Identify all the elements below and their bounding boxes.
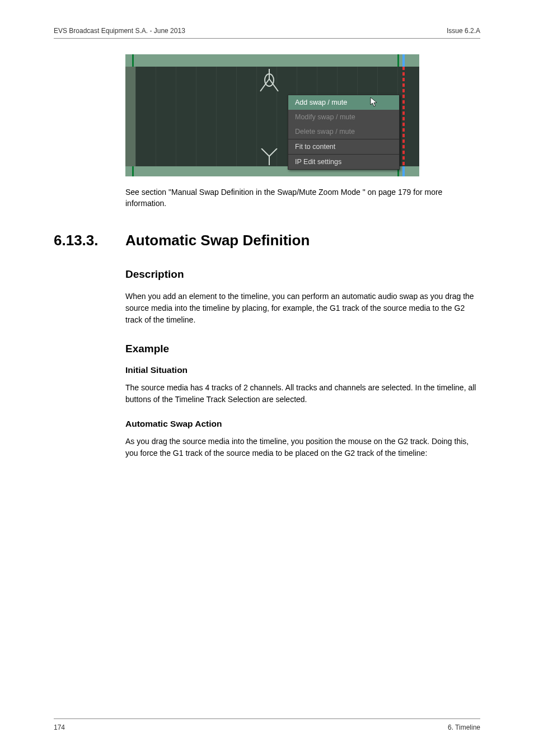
timeline-top-bar: [125, 54, 419, 67]
section-heading-row: 6.13.3. Automatic Swap Definition: [54, 232, 480, 249]
cursor-icon: [370, 97, 379, 107]
menu-item-label: Fit to content: [295, 143, 335, 151]
menu-item-modify-swap-mute: Modify swap / mute: [288, 110, 399, 124]
footer-rule: [54, 718, 480, 719]
header-rule: [54, 38, 480, 39]
menu-item-delete-swap-mute: Delete swap / mute: [288, 124, 399, 139]
context-menu: Add swap / mute Modify swap / mute Delet…: [288, 95, 400, 170]
menu-item-label: IP Edit settings: [295, 158, 341, 166]
marker-blue: [402, 166, 405, 176]
content-block: Add swap / mute Modify swap / mute Delet…: [125, 54, 480, 209]
marker-green: [132, 166, 134, 176]
menu-item-label: Modify swap / mute: [295, 113, 355, 121]
waveform-top-icon: [252, 69, 286, 94]
marker-red-stripe: [402, 67, 405, 166]
section-body: Description When you add an element to t…: [125, 268, 480, 459]
marker-blue: [402, 54, 405, 67]
menu-item-ip-edit-settings[interactable]: IP Edit settings: [288, 155, 399, 169]
menu-item-label: Delete swap / mute: [295, 128, 355, 136]
page: EVS Broadcast Equipment S.A. - June 2013…: [0, 0, 534, 756]
menu-item-label: Add swap / mute: [295, 99, 347, 106]
menu-item-add-swap-mute[interactable]: Add swap / mute: [288, 95, 399, 110]
chapter-label: 6. Timeline: [448, 724, 480, 731]
page-number: 174: [54, 724, 65, 731]
header-right: Issue 6.2.A: [447, 27, 480, 35]
page-header: EVS Broadcast Equipment S.A. - June 2013…: [54, 27, 480, 35]
menu-item-fit-to-content[interactable]: Fit to content: [288, 139, 399, 154]
section-number: 6.13.3.: [54, 232, 125, 249]
section-title: Automatic Swap Definition: [125, 232, 310, 249]
marker-green: [132, 54, 134, 67]
screenshot-caption: See section "Manual Swap Definition in t…: [125, 186, 480, 209]
description-body: When you add an element to the timeline,…: [125, 291, 480, 326]
description-heading: Description: [125, 268, 480, 281]
initial-situation-heading: Initial Situation: [125, 365, 480, 375]
page-footer: 174 6. Timeline: [54, 718, 480, 731]
automatic-swap-action-heading: Automatic Swap Action: [125, 419, 480, 429]
example-heading: Example: [125, 343, 480, 355]
marker-green: [397, 54, 399, 67]
initial-situation-body: The source media has 4 tracks of 2 chann…: [125, 382, 480, 405]
header-left: EVS Broadcast Equipment S.A. - June 2013: [54, 27, 185, 35]
timeline-left-gutter: [125, 67, 135, 166]
footer-row: 174 6. Timeline: [54, 724, 480, 731]
waveform-bottom-icon: [252, 148, 286, 165]
automatic-swap-action-body: As you drag the source media into the ti…: [125, 436, 480, 459]
timeline-screenshot: Add swap / mute Modify swap / mute Delet…: [125, 54, 419, 176]
